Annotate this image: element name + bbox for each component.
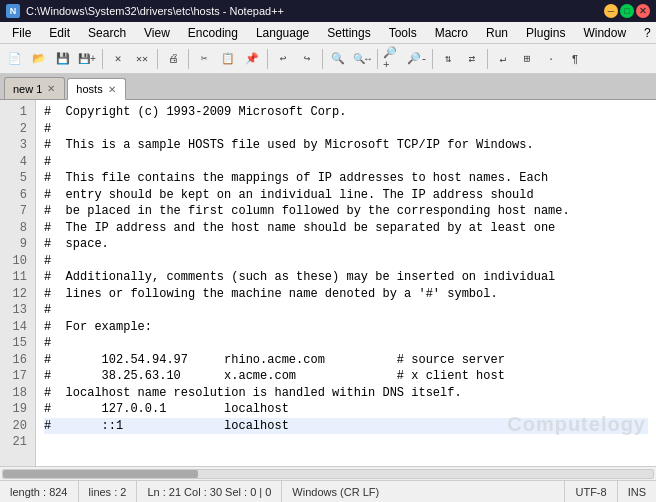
code-line-19: # localhost name resolution is handled w… <box>44 385 648 402</box>
menu-search[interactable]: Search <box>80 24 134 42</box>
maximize-button[interactable]: □ <box>620 4 634 18</box>
code-line-17: # 38.25.63.10 x.acme.com # x client host <box>44 368 648 385</box>
line-num-20: 20 <box>4 418 27 435</box>
line-num-4: 4 <box>4 154 27 171</box>
sync-v-button[interactable]: ⇅ <box>437 48 459 70</box>
scroll-thumb[interactable] <box>3 470 198 478</box>
scroll-track[interactable] <box>2 469 654 479</box>
menu-run[interactable]: Run <box>478 24 516 42</box>
code-line-12: # lines or following the machine name de… <box>44 286 648 303</box>
eol-button[interactable]: ¶ <box>564 48 586 70</box>
horizontal-scrollbar[interactable] <box>0 466 656 480</box>
save-all-button[interactable]: 💾+ <box>76 48 98 70</box>
line-num-5: 5 <box>4 170 27 187</box>
line-num-11: 11 <box>4 269 27 286</box>
open-button[interactable]: 📂 <box>28 48 50 70</box>
line-num-2: 2 <box>4 121 27 138</box>
toolbar-sep-4 <box>267 49 268 69</box>
new-button[interactable]: 📄 <box>4 48 26 70</box>
word-wrap-button[interactable]: ↵ <box>492 48 514 70</box>
menu-plugins[interactable]: Plugins <box>518 24 573 42</box>
whitespace-button[interactable]: · <box>540 48 562 70</box>
print-button[interactable]: 🖨 <box>162 48 184 70</box>
title-bar-left: N C:\Windows\System32\drivers\etc\hosts … <box>6 4 284 18</box>
menu-help[interactable]: ? <box>636 24 656 42</box>
status-lines: lines : 2 <box>79 481 138 502</box>
line-num-18: 18 <box>4 385 27 402</box>
menu-edit[interactable]: Edit <box>41 24 78 42</box>
minimize-button[interactable]: ─ <box>604 4 618 18</box>
line-num-17: 17 <box>4 368 27 385</box>
code-area[interactable]: # Copyright (c) 1993-2009 Microsoft Corp… <box>36 100 656 466</box>
tab-bar: new 1 ✕ hosts ✕ <box>0 74 656 100</box>
toolbar-sep-1 <box>102 49 103 69</box>
code-line-5: # This file contains the mappings of IP … <box>44 170 648 187</box>
code-line-1: # Copyright (c) 1993-2009 Microsoft Corp… <box>44 104 648 121</box>
code-line-15: # <box>44 335 648 352</box>
line-num-6: 6 <box>4 187 27 204</box>
line-num-14: 14 <box>4 319 27 336</box>
menu-window[interactable]: Window <box>575 24 634 42</box>
line-num-13: 13 <box>4 302 27 319</box>
toolbar-sep-3 <box>188 49 189 69</box>
zoom-in-button[interactable]: 🔎+ <box>382 48 404 70</box>
toolbar-sep-5 <box>322 49 323 69</box>
menu-settings[interactable]: Settings <box>319 24 378 42</box>
tab-new1-close[interactable]: ✕ <box>46 83 56 94</box>
menu-macro[interactable]: Macro <box>427 24 476 42</box>
replace-button[interactable]: 🔍↔ <box>351 48 373 70</box>
sync-h-button[interactable]: ⇄ <box>461 48 483 70</box>
tab-hosts[interactable]: hosts ✕ <box>67 78 125 100</box>
status-mode: INS <box>618 481 656 502</box>
menu-encoding[interactable]: Encoding <box>180 24 246 42</box>
menu-tools[interactable]: Tools <box>381 24 425 42</box>
menu-view[interactable]: View <box>136 24 178 42</box>
line-num-8: 8 <box>4 220 27 237</box>
toolbar-sep-7 <box>432 49 433 69</box>
close-doc-button[interactable]: ✕ <box>107 48 129 70</box>
code-line-7: # be placed in the first column followed… <box>44 203 648 220</box>
code-line-6: # entry should be kept on an individual … <box>44 187 648 204</box>
code-line-21: # ::1 localhost <box>44 418 648 435</box>
window-title: C:\Windows\System32\drivers\etc\hosts - … <box>26 5 284 17</box>
line-num-15: 15 <box>4 335 27 352</box>
indent-guide-button[interactable]: ⊞ <box>516 48 538 70</box>
code-line-2: # <box>44 121 648 138</box>
editor-scroll: 123456789101112131415161718192021 # Copy… <box>0 100 656 466</box>
tab-hosts-close[interactable]: ✕ <box>107 84 117 95</box>
tab-new1-label: new 1 <box>13 83 42 95</box>
code-line-14: # For example: <box>44 319 648 336</box>
tab-new1[interactable]: new 1 ✕ <box>4 77 65 99</box>
paste-button[interactable]: 📌 <box>241 48 263 70</box>
line-num-19: 19 <box>4 401 27 418</box>
copy-button[interactable]: 📋 <box>217 48 239 70</box>
redo-button[interactable]: ↪ <box>296 48 318 70</box>
code-line-3: # This is a sample HOSTS file used by Mi… <box>44 137 648 154</box>
close-all-button[interactable]: ✕✕ <box>131 48 153 70</box>
line-num-16: 16 <box>4 352 27 369</box>
find-button[interactable]: 🔍 <box>327 48 349 70</box>
code-line-10: # <box>44 253 648 270</box>
line-num-10: 10 <box>4 253 27 270</box>
status-length: length : 824 <box>0 481 79 502</box>
cut-button[interactable]: ✂ <box>193 48 215 70</box>
code-line-20: # 127.0.0.1 localhost <box>44 401 648 418</box>
status-bar: length : 824 lines : 2 Ln : 21 Col : 30 … <box>0 480 656 502</box>
menu-file[interactable]: File <box>4 24 39 42</box>
code-line-13: # <box>44 302 648 319</box>
status-encoding: Windows (CR LF) <box>282 481 565 502</box>
zoom-out-button[interactable]: 🔎- <box>406 48 428 70</box>
app-icon: N <box>6 4 20 18</box>
save-button[interactable]: 💾 <box>52 48 74 70</box>
line-num-7: 7 <box>4 203 27 220</box>
undo-button[interactable]: ↩ <box>272 48 294 70</box>
line-num-9: 9 <box>4 236 27 253</box>
code-line-11: # Additionally, comments (such as these)… <box>44 269 648 286</box>
toolbar-sep-8 <box>487 49 488 69</box>
close-button[interactable]: ✕ <box>636 4 650 18</box>
toolbar-sep-2 <box>157 49 158 69</box>
menu-language[interactable]: Language <box>248 24 317 42</box>
line-num-3: 3 <box>4 137 27 154</box>
code-line-4: # <box>44 154 648 171</box>
window-controls[interactable]: ─ □ ✕ <box>604 4 650 18</box>
